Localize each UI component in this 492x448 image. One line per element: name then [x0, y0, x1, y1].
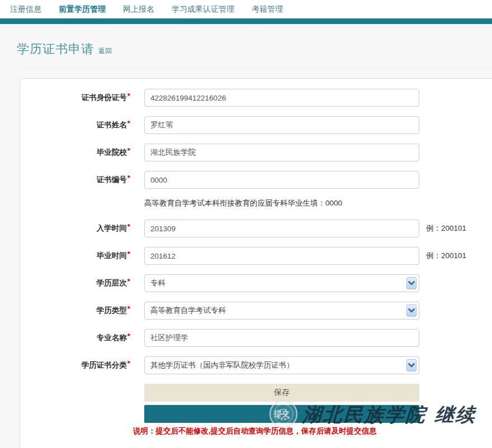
chevron-down-icon[interactable]: [406, 304, 417, 317]
cert-category-label: 学历证书分类*: [20, 360, 130, 370]
header-divider: [20, 68, 492, 68]
major-name-row: 专业名称*: [20, 329, 492, 347]
graduate-date-example-hint: 例：200101: [426, 251, 466, 261]
cert-category-selected-value: 其他学历证书（国内非军队院校学历证书）: [150, 360, 294, 370]
major-name-label: 专业名称*: [20, 333, 130, 343]
back-link[interactable]: 返回: [98, 46, 112, 56]
required-asterisk: *: [127, 332, 130, 340]
nav-tab-2[interactable]: 前置学历管理: [59, 4, 106, 15]
nav-tab-4[interactable]: 学习成果认证管理: [172, 4, 234, 15]
cert-name-label: 证书姓名*: [20, 120, 130, 130]
required-asterisk: *: [127, 174, 130, 182]
graduate-school-row: 毕业院校*: [20, 144, 492, 161]
cert-number-label: 证书编号*: [20, 175, 130, 185]
education-type-selected-value: 高等教育自学考试专科: [150, 306, 226, 316]
enroll-date-input[interactable]: [144, 220, 419, 237]
cert-id-number-input[interactable]: [144, 89, 419, 107]
submission-note: 说明：提交后不能修改,提交后自动查询学历信息，保存后请及时提交信息: [133, 426, 492, 436]
cert-id-number-label: 证书身份证号*: [20, 93, 130, 103]
required-asterisk: *: [127, 92, 130, 100]
education-level-select[interactable]: 专科: [144, 274, 419, 292]
education-level-selected-value: 专科: [150, 278, 165, 288]
nav-tab-1[interactable]: 注册信息: [10, 4, 41, 15]
graduate-school-label: 毕业院校*: [20, 147, 130, 158]
page-title: 学历证书申请: [17, 41, 94, 58]
required-asterisk: *: [127, 277, 130, 285]
cert-number-helper-note: 高等教育自学考试本科衔接教育的应届专科毕业生填：0000: [144, 198, 492, 208]
nav-accent-bar: [0, 18, 492, 24]
nav-tab-5[interactable]: 考籍管理: [252, 4, 283, 15]
graduate-date-input[interactable]: [144, 247, 419, 265]
cert-id-number-row: 证书身份证号*: [20, 89, 492, 107]
submit-button[interactable]: 提交: [144, 405, 419, 423]
submit-button-wrap: 提交: [144, 405, 419, 423]
top-nav: 注册信息前置学历管理网上报名学习成果认证管理考籍管理: [0, 0, 492, 18]
graduate-school-input[interactable]: [144, 144, 419, 161]
required-asterisk: *: [127, 222, 130, 231]
cert-number-input[interactable]: [144, 171, 419, 189]
form-panel: 证书身份证号*证书姓名*毕业院校*证书编号*高等教育自学考试本科衔接教育的应届专…: [20, 78, 492, 448]
required-asterisk: *: [127, 359, 130, 368]
enroll-date-label: 入学时间*: [20, 223, 130, 233]
education-type-select[interactable]: 高等教育自学考试专科: [144, 302, 419, 320]
cert-category-select[interactable]: 其他学历证书（国内非军队院校学历证书）: [144, 356, 419, 374]
nav-tab-3[interactable]: 网上报名: [123, 4, 154, 15]
enroll-date-row: 入学时间*例：200101: [20, 220, 492, 237]
required-asterisk: *: [127, 146, 130, 155]
major-name-input[interactable]: [144, 329, 419, 347]
required-asterisk: *: [127, 250, 130, 258]
page-header: 学历证书申请 返回: [17, 41, 492, 58]
cert-name-input[interactable]: [144, 116, 419, 134]
form-body: 证书身份证号*证书姓名*毕业院校*证书编号*高等教育自学考试本科衔接教育的应届专…: [20, 89, 492, 374]
required-asterisk: *: [127, 304, 130, 313]
button-area: 保存 提交: [144, 384, 419, 423]
cert-name-row: 证书姓名*: [20, 116, 492, 134]
save-button[interactable]: 保存: [144, 384, 419, 402]
education-type-row: 学历类型*高等教育自学考试专科: [20, 302, 492, 320]
enroll-date-example-hint: 例：200101: [426, 223, 466, 233]
education-level-row: 学历层次*专科: [20, 274, 492, 292]
chevron-down-icon[interactable]: [406, 359, 417, 371]
graduate-date-label: 毕业时间*: [20, 251, 130, 261]
graduate-date-row: 毕业时间*例：200101: [20, 247, 492, 265]
cert-number-row: 证书编号*: [20, 171, 492, 189]
education-type-label: 学历类型*: [20, 306, 130, 316]
required-asterisk: *: [127, 119, 130, 127]
chevron-down-icon[interactable]: [406, 277, 417, 289]
cert-category-row: 学历证书分类*其他学历证书（国内非军队院校学历证书）: [20, 356, 492, 374]
education-level-label: 学历层次*: [20, 278, 130, 288]
